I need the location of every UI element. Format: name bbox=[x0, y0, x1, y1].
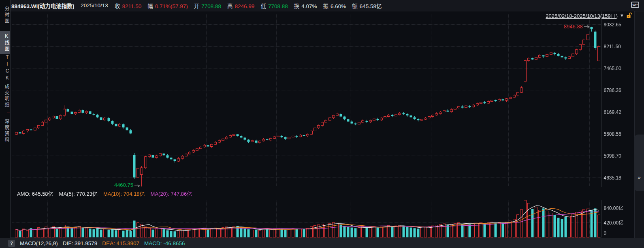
trade-date: 2025/10/13 bbox=[81, 2, 108, 9]
date-range-text[interactable]: 2025/02/18-2025/10/13(159日) bbox=[546, 12, 618, 19]
field-high: 高8246.99 bbox=[227, 2, 254, 10]
header-bar: 884963.WI[动力电池指数] 2025/10/13 收8211.50 幅0… bbox=[11, 0, 644, 11]
ma10-value: MA(10): 704.18亿 bbox=[103, 190, 145, 197]
ma20-value: MA(20): 747.86亿 bbox=[151, 190, 192, 197]
field-amount: 额645.58亿 bbox=[352, 2, 382, 10]
field-amplitude: 振6.60% bbox=[323, 2, 346, 10]
help-button[interactable]: ? bbox=[8, 240, 15, 247]
field-close: 收8211.50 bbox=[115, 2, 141, 10]
dea-value: DEA: 415.3907 bbox=[102, 240, 139, 246]
field-low: 低7708.88 bbox=[260, 2, 288, 10]
date-range-selector[interactable]: 2025/02/18-2025/10/13(159日) ▼ bbox=[546, 12, 632, 19]
dropdown-caret-icon[interactable]: ▼ bbox=[620, 13, 624, 18]
macd-formula: MACD(12,26,9) bbox=[20, 240, 58, 246]
volume-legend-row: AMO: 645.58亿 MA(5): 770.23亿 MA(10): 704.… bbox=[11, 188, 633, 199]
field-change: 幅0.71%(57.97) bbox=[147, 2, 188, 10]
sidebar-item-tick[interactable]: TICK bbox=[0, 56, 10, 80]
macd-value: MACD: -46.8656 bbox=[144, 240, 185, 246]
sidebar-item-depth-info[interactable]: 深度资料 bbox=[0, 118, 10, 144]
collapsed-panel-tab: » bbox=[634, 135, 644, 191]
field-open: 开7708.88 bbox=[194, 2, 221, 10]
kline-chart-canvas[interactable] bbox=[11, 11, 633, 187]
ma5-value: MA(5): 770.23亿 bbox=[59, 190, 98, 197]
right-edge-strip: » bbox=[634, 11, 644, 238]
dif-value: DIF: 391.9579 bbox=[63, 240, 98, 246]
sidebar-item-intraday[interactable]: 分时图 bbox=[0, 2, 10, 28]
expand-panel-button[interactable]: » bbox=[634, 174, 644, 180]
field-turnover: 换4.07% bbox=[294, 2, 317, 10]
sidebar-item-transactions[interactable]: 成交明细 bbox=[0, 83, 10, 109]
macd-status-bar: ? MACD(12,26,9) DIF: 391.9579 DEA: 415.3… bbox=[0, 238, 644, 248]
wp-icon[interactable]: WP bbox=[631, 2, 639, 8]
sidebar-item-kline[interactable]: K线图 bbox=[0, 31, 10, 54]
amo-value: AMO: 645.58亿 bbox=[17, 190, 53, 197]
instrument-code: 884963.WI[动力电池指数] bbox=[11, 2, 74, 10]
kline-app-window: 884963.WI[动力电池指数] 2025/10/13 收8211.50 幅0… bbox=[0, 0, 644, 248]
sidebar: 分时图 K线图 TICK 成交明细 深度资料 bbox=[0, 0, 11, 248]
sidebar-marker-icon[interactable] bbox=[7, 110, 10, 113]
unlock-icon[interactable] bbox=[626, 12, 632, 19]
